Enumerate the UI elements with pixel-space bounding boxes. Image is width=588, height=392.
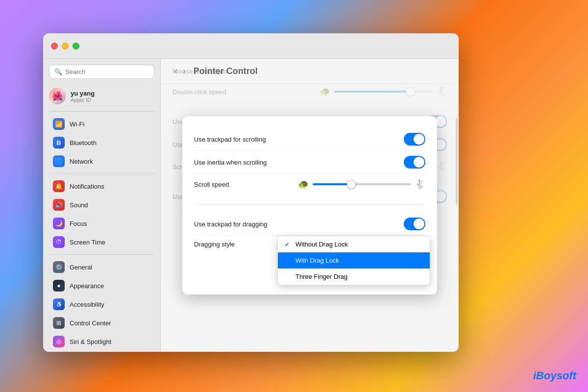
modal-row-scrolling: Use trackpad for scrolling	[194, 128, 425, 151]
modal-divider	[194, 204, 425, 205]
sidebar-label-siri: Siri & Spotlight	[70, 338, 111, 345]
system-preferences-window: 🔍 🌺 yu yang Apple ID 📶 Wi-Fi	[43, 33, 459, 352]
dragging-toggle[interactable]	[404, 218, 425, 230]
user-subtitle: Apple ID	[71, 97, 95, 103]
sidebar-item-privacy[interactable]: 🤚 Privacy & Security	[46, 351, 157, 352]
sidebar-item-appearance[interactable]: ● Appearance	[46, 276, 157, 295]
scrolling-toggle[interactable]	[404, 133, 425, 146]
toggle-thumb-inertia	[414, 157, 424, 168]
search-input[interactable]	[65, 68, 149, 75]
sidebar-item-sound[interactable]: 🔊 Sound	[46, 196, 157, 214]
fast-icon: 🐇	[415, 179, 425, 190]
slow-icon: 🐢	[298, 179, 309, 190]
sidebar-divider-2	[49, 173, 154, 174]
watermark-suffix: Boysoft	[536, 369, 576, 382]
sidebar-item-wifi[interactable]: 📶 Wi-Fi	[46, 115, 157, 133]
sidebar-label-wifi: Wi-Fi	[70, 121, 84, 128]
sidebar-item-notifications[interactable]: 🔔 Notifications	[46, 177, 157, 196]
dragging-style-label: Dragging style	[194, 241, 282, 248]
sidebar-label-general: General	[70, 264, 92, 271]
traffic-lights	[51, 43, 79, 49]
wifi-icon: 📶	[53, 118, 65, 130]
toggle-thumb-dragging	[414, 219, 424, 229]
modal-inertia-label: Use inertia when scrolling	[194, 159, 267, 166]
sidebar-label-controlcenter: Control Center	[70, 319, 111, 327]
general-icon: ⚙️	[53, 261, 65, 273]
dropdown-option-without-drag-lock[interactable]: ✓ Without Drag Lock	[278, 236, 430, 252]
siri-icon: ◎	[53, 336, 65, 347]
sidebar-item-controlcenter[interactable]: ⊞ Control Center	[46, 314, 157, 332]
sidebar-label-focus: Focus	[70, 220, 87, 227]
modal-dragging-label: Use trackpad for dragging	[194, 220, 268, 228]
close-button[interactable]	[51, 43, 58, 49]
modal-dragging-section: Use trackpad for dragging Dragging style	[194, 213, 425, 259]
sidebar-item-general[interactable]: ⚙️ General	[46, 258, 157, 276]
screentime-icon: ⏱	[53, 236, 65, 248]
dropdown-option-three-finger[interactable]: Three Finger Drag	[278, 269, 430, 285]
scroll-speed-slider[interactable]: 🐢 🐇	[298, 179, 425, 190]
toggle-thumb	[414, 134, 424, 145]
search-icon: 🔍	[54, 68, 62, 75]
sidebar-item-focus[interactable]: 🌙 Focus	[46, 214, 157, 233]
focus-icon: 🌙	[53, 218, 65, 229]
appearance-icon: ●	[53, 280, 65, 292]
modal-scrollspeed-label: Scroll speed	[194, 181, 229, 188]
user-name: yu yang	[71, 90, 95, 97]
sidebar-label-sound: Sound	[70, 201, 88, 209]
modal-row-scrollspeed: Scroll speed 🐢 🐇	[194, 174, 425, 195]
sidebar-item-network[interactable]: 🌐 Network	[46, 152, 157, 171]
modal-dialog: Use trackpad for scrolling Use inertia w…	[182, 116, 437, 294]
sidebar-item-bluetooth[interactable]: B Bluetooth	[46, 133, 157, 152]
minimize-button[interactable]	[62, 43, 69, 49]
checkmark-without: ✓	[285, 241, 293, 248]
bluetooth-icon: B	[53, 137, 65, 148]
slider-track[interactable]	[313, 183, 411, 185]
accessibility-icon: ♿	[53, 298, 65, 310]
sidebar-label-appearance: Appearance	[70, 282, 104, 290]
inertia-toggle[interactable]	[404, 156, 425, 169]
watermark: iBoysoft	[533, 369, 576, 382]
sidebar-label-notifications: Notifications	[70, 183, 104, 190]
sidebar-item-siri[interactable]: ◎ Siri & Spotlight	[46, 332, 157, 351]
network-icon: 🌐	[53, 155, 65, 167]
sound-icon: 🔊	[53, 199, 65, 211]
user-item[interactable]: 🌺 yu yang Apple ID	[43, 85, 160, 107]
modal-scrolling-label: Use trackpad for scrolling	[194, 136, 266, 143]
dropdown-option-with-drag-lock[interactable]: With Drag Lock	[278, 252, 430, 269]
maximize-button[interactable]	[73, 43, 79, 49]
content-area: ‹ › Pointer Control Mouse & Trackpad Dou…	[161, 59, 459, 352]
controlcenter-icon: ⊞	[53, 317, 65, 329]
sidebar-item-accessibility[interactable]: ♿ Accessibility	[46, 295, 157, 314]
dropdown-menu: ✓ Without Drag Lock With Drag Lock	[277, 236, 430, 285]
notifications-icon: 🔔	[53, 180, 65, 192]
search-bar[interactable]: 🔍	[49, 65, 154, 79]
user-info: yu yang Apple ID	[71, 90, 95, 103]
sidebar: 🔍 🌺 yu yang Apple ID 📶 Wi-Fi	[43, 59, 161, 352]
sidebar-label-screentime: Screen Time	[70, 239, 105, 246]
modal-row-inertia: Use inertia when scrolling	[194, 151, 425, 174]
sidebar-label-network: Network	[70, 158, 93, 165]
modal-overlay: Use trackpad for scrolling Use inertia w…	[161, 59, 459, 352]
window-body: 🔍 🌺 yu yang Apple ID 📶 Wi-Fi	[43, 59, 459, 352]
modal-settings-section: Use trackpad for scrolling Use inertia w…	[194, 128, 425, 195]
dropdown-wrapper: Without Drag Lock ▼ ✓ Without Drag Lock	[282, 241, 425, 254]
title-bar	[43, 33, 459, 59]
avatar: 🌺	[49, 88, 66, 104]
sidebar-divider-1	[49, 111, 154, 112]
sidebar-label-accessibility: Accessibility	[70, 301, 104, 308]
sidebar-label-bluetooth: Bluetooth	[70, 139, 97, 147]
dragging-style-row: Dragging style Without Drag Lock ▼	[194, 236, 425, 259]
sidebar-item-screentime[interactable]: ⏱ Screen Time	[46, 233, 157, 251]
sidebar-divider-3	[49, 254, 154, 255]
slider-thumb[interactable]	[347, 180, 356, 189]
modal-row-dragging: Use trackpad for dragging	[194, 213, 425, 236]
